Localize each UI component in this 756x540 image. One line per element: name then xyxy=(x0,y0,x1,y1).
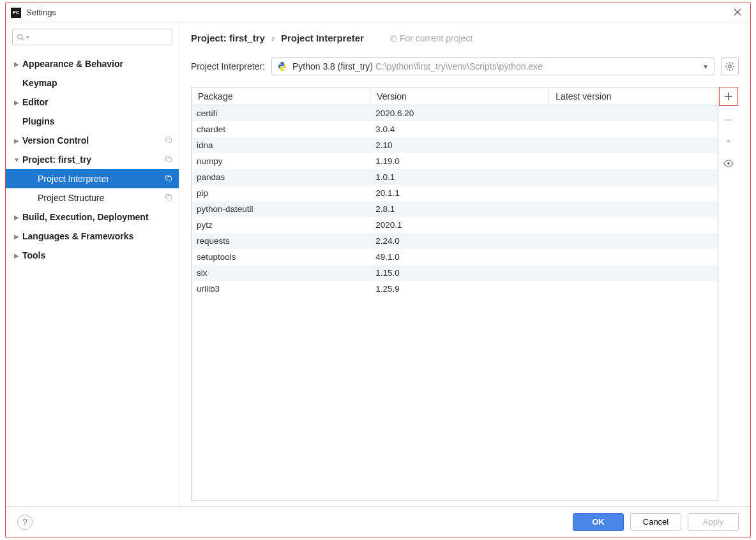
table-row[interactable]: pip20.1.1 xyxy=(192,185,718,201)
sidebar-item-keymap[interactable]: ▶Keymap xyxy=(6,73,179,93)
chevron-right-icon: ▶ xyxy=(12,61,21,68)
sidebar-item-tools[interactable]: ▶Tools xyxy=(6,246,179,265)
sidebar-item-label: Plugins xyxy=(22,116,172,126)
table-row[interactable]: pytz2020.1 xyxy=(192,217,718,233)
breadcrumb-separator: › xyxy=(271,33,275,43)
table-row[interactable]: urllib31.25.9 xyxy=(192,281,718,297)
table-row[interactable]: requests2.24.0 xyxy=(192,233,718,249)
column-version[interactable]: Version xyxy=(370,87,549,105)
svg-point-13 xyxy=(283,70,284,70)
sidebar-item-label: Project Structure xyxy=(38,193,165,203)
copy-icon xyxy=(165,136,172,146)
table-header: Package Version Latest version xyxy=(192,87,718,105)
cell-ver: 2.8.1 xyxy=(370,201,549,217)
cell-lat xyxy=(549,105,718,121)
python-icon xyxy=(277,61,287,71)
window-title: Settings xyxy=(26,8,730,17)
cell-pkg: python-dateutil xyxy=(192,201,370,217)
add-package-button[interactable] xyxy=(719,87,738,106)
table-row[interactable]: certifi2020.6.20 xyxy=(192,105,718,121)
cell-pkg: idna xyxy=(192,137,370,153)
svg-point-0 xyxy=(18,34,22,38)
cell-lat xyxy=(549,137,718,153)
cell-lat xyxy=(549,281,718,297)
table-row[interactable]: numpy1.19.0 xyxy=(192,153,718,169)
packages-table: Package Version Latest version certifi20… xyxy=(191,87,718,501)
remove-package-button[interactable] xyxy=(720,112,737,128)
sidebar-item-project-structure[interactable]: ▶Project Structure xyxy=(6,188,179,207)
gear-icon xyxy=(725,61,735,71)
cell-ver: 2020.1 xyxy=(370,217,549,233)
interpreter-dropdown[interactable]: Python 3.8 (first_try) C:\python\first_t… xyxy=(271,57,714,75)
column-package[interactable]: Package xyxy=(192,87,370,105)
table-row[interactable]: six1.15.0 xyxy=(192,265,718,281)
cell-ver: 2.24.0 xyxy=(370,233,549,249)
question-icon: ? xyxy=(22,517,27,527)
chevron-right-icon: ▶ xyxy=(12,252,21,259)
settings-tree: ▶Appearance & Behavior▶Keymap▶Editor▶Plu… xyxy=(6,52,179,506)
svg-point-15 xyxy=(727,162,730,165)
svg-rect-3 xyxy=(167,138,172,142)
interpreter-label: Project Interpreter: xyxy=(191,61,265,71)
cell-pkg: urllib3 xyxy=(192,281,370,297)
sidebar-item-editor[interactable]: ▶Editor xyxy=(6,93,179,112)
sidebar-item-build-execution-deployment[interactable]: ▶Build, Execution, Deployment xyxy=(6,207,179,227)
chevron-right-icon: ▶ xyxy=(27,176,36,183)
sidebar-item-label: Build, Execution, Deployment xyxy=(22,212,172,222)
cell-pkg: setuptools xyxy=(192,249,370,265)
breadcrumb-project: Project: first_try xyxy=(191,33,265,43)
table-row[interactable]: pandas1.0.1 xyxy=(192,169,718,185)
sidebar-item-plugins[interactable]: ▶Plugins xyxy=(6,112,179,131)
show-early-releases-button[interactable] xyxy=(720,156,737,171)
svg-rect-9 xyxy=(167,195,172,200)
chevron-down-icon: ▼ xyxy=(12,156,21,163)
sidebar-item-project-interpreter[interactable]: ▶Project Interpreter xyxy=(6,169,179,188)
table-row[interactable]: chardet3.0.4 xyxy=(192,121,718,137)
cell-pkg: numpy xyxy=(192,153,370,169)
chevron-down-icon: ▼ xyxy=(702,63,709,70)
sidebar-item-label: Project Interpreter xyxy=(38,174,165,184)
cell-lat xyxy=(549,249,718,265)
dialog-footer: ? OK Cancel Apply xyxy=(6,506,750,537)
cell-lat xyxy=(549,265,718,281)
sidebar-item-label: Version Control xyxy=(22,135,165,146)
cell-ver: 1.0.1 xyxy=(370,169,549,185)
sidebar-item-label: Editor xyxy=(22,97,172,107)
sidebar-item-languages-frameworks[interactable]: ▶Languages & Frameworks xyxy=(6,227,179,246)
minus-icon xyxy=(724,116,733,124)
table-row[interactable]: python-dateutil2.8.1 xyxy=(192,201,718,217)
sidebar-item-appearance-behavior[interactable]: ▶Appearance & Behavior xyxy=(6,54,179,73)
svg-rect-5 xyxy=(167,157,172,161)
search-input[interactable]: ▾ xyxy=(12,29,172,45)
sidebar-item-project-first-try[interactable]: ▼Project: first_try xyxy=(6,150,179,169)
chevron-right-icon: ▶ xyxy=(12,233,21,240)
ok-button[interactable]: OK xyxy=(573,513,624,531)
breadcrumb: Project: first_try › Project Interpreter… xyxy=(191,33,739,43)
cell-ver: 2020.6.20 xyxy=(370,105,549,121)
cancel-button[interactable]: Cancel xyxy=(630,513,681,531)
for-current-project-badge: For current project xyxy=(389,33,472,43)
upgrade-package-button[interactable] xyxy=(720,134,737,149)
close-button[interactable] xyxy=(730,7,745,19)
copy-icon xyxy=(165,193,172,203)
chevron-right-icon: ▶ xyxy=(12,80,21,87)
eye-icon xyxy=(723,160,734,167)
cell-pkg: six xyxy=(192,265,370,281)
plus-icon xyxy=(724,92,733,101)
sidebar: ▾ ▶Appearance & Behavior▶Keymap▶Editor▶P… xyxy=(6,22,179,506)
column-latest[interactable]: Latest version xyxy=(549,87,718,105)
table-row[interactable]: setuptools49.1.0 xyxy=(192,249,718,265)
chevron-right-icon: ▶ xyxy=(12,118,21,125)
help-button[interactable]: ? xyxy=(17,514,33,530)
svg-line-1 xyxy=(22,38,24,40)
interpreter-settings-button[interactable] xyxy=(721,57,739,75)
chevron-right-icon: ▶ xyxy=(12,99,21,106)
table-row[interactable]: idna2.10 xyxy=(192,137,718,153)
apply-button[interactable]: Apply xyxy=(688,513,739,531)
titlebar: PC Settings xyxy=(6,3,750,22)
copy-icon xyxy=(165,155,172,165)
cell-ver: 1.19.0 xyxy=(370,153,549,169)
sidebar-item-label: Project: first_try xyxy=(22,154,165,165)
sidebar-item-version-control[interactable]: ▶Version Control xyxy=(6,131,179,150)
sidebar-item-label: Tools xyxy=(22,250,172,260)
